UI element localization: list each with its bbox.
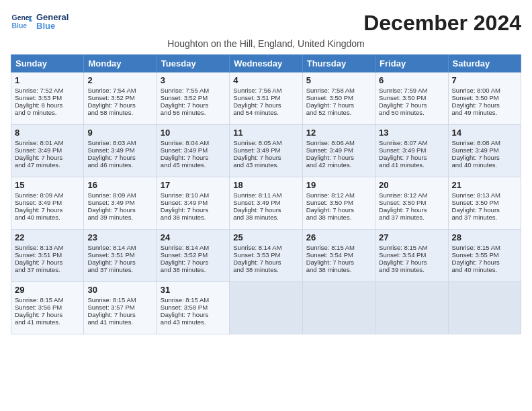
day-info-line: Sunset: 3:50 PM — [379, 94, 444, 101]
day-info-line: and 58 minutes. — [87, 109, 152, 116]
day-info-line: Sunrise: 8:14 AM — [233, 244, 298, 251]
day-info-line: Sunset: 3:52 PM — [87, 94, 152, 101]
day-info-line: Sunset: 3:50 PM — [452, 199, 517, 206]
day-info-line: Sunset: 3:50 PM — [379, 199, 444, 206]
calendar-cell: 14Sunrise: 8:08 AMSunset: 3:49 PMDayligh… — [448, 125, 521, 177]
day-number: 18 — [233, 180, 298, 190]
day-number: 14 — [452, 128, 517, 138]
day-info-line: Daylight: 7 hours — [161, 259, 226, 266]
day-info-line: Daylight: 7 hours — [452, 101, 517, 109]
calendar-cell: 20Sunrise: 8:12 AMSunset: 3:50 PMDayligh… — [375, 177, 448, 230]
day-info-line: Sunrise: 8:12 AM — [379, 191, 444, 199]
day-info-line: Daylight: 7 hours — [306, 206, 371, 214]
day-info-line: Daylight: 7 hours — [233, 101, 298, 109]
day-info-line: Sunset: 3:49 PM — [233, 199, 298, 206]
day-info-line: Sunset: 3:49 PM — [161, 199, 226, 206]
day-number: 8 — [15, 128, 80, 138]
day-number: 22 — [15, 232, 80, 242]
day-info-line: Sunset: 3:54 PM — [379, 251, 444, 259]
day-info-line: Sunset: 3:49 PM — [452, 146, 517, 154]
day-number: 21 — [452, 180, 517, 190]
day-info-line: Daylight: 7 hours — [161, 101, 226, 109]
day-number: 26 — [306, 232, 371, 242]
day-info-line: Sunset: 3:51 PM — [15, 251, 80, 259]
month-title: December 2024 — [363, 11, 521, 36]
column-header-friday: Friday — [375, 55, 448, 73]
day-info-line: Daylight: 7 hours — [379, 154, 444, 161]
calendar-cell: 29Sunrise: 8:15 AMSunset: 3:56 PMDayligh… — [11, 282, 84, 334]
day-info-line: Sunrise: 8:06 AM — [306, 139, 371, 146]
day-info-line: Daylight: 7 hours — [87, 259, 152, 266]
day-info-line: Daylight: 7 hours — [379, 101, 444, 109]
day-info-line: Sunset: 3:51 PM — [233, 94, 298, 101]
day-info-line: and 40 minutes. — [15, 214, 80, 221]
calendar-cell: 28Sunrise: 8:15 AMSunset: 3:55 PMDayligh… — [448, 230, 521, 282]
day-info-line: and 54 minutes. — [233, 109, 298, 116]
day-number: 15 — [15, 180, 80, 190]
day-info-line: Sunset: 3:49 PM — [379, 146, 444, 154]
calendar-cell: 24Sunrise: 8:14 AMSunset: 3:52 PMDayligh… — [157, 230, 229, 282]
day-info-line: Sunset: 3:54 PM — [306, 251, 371, 259]
day-info-line: and 40 minutes. — [452, 161, 517, 169]
day-info-line: Sunset: 3:49 PM — [15, 199, 80, 206]
day-info-line: Sunset: 3:53 PM — [233, 251, 298, 259]
day-number: 23 — [87, 232, 152, 242]
day-info-line: Sunrise: 8:08 AM — [452, 139, 517, 146]
calendar-cell: 5Sunrise: 7:58 AMSunset: 3:50 PMDaylight… — [302, 73, 375, 125]
day-info-line: and 41 minutes. — [15, 318, 80, 326]
day-info-line: Daylight: 7 hours — [161, 206, 226, 214]
day-info-line: Sunset: 3:49 PM — [233, 146, 298, 154]
day-info-line: Sunrise: 8:01 AM — [15, 139, 80, 146]
day-number: 10 — [161, 128, 226, 138]
subtitle: Houghton on the Hill, England, United Ki… — [11, 38, 521, 49]
day-info-line: Sunset: 3:55 PM — [452, 251, 517, 259]
calendar-cell: 13Sunrise: 8:07 AMSunset: 3:49 PMDayligh… — [375, 125, 448, 177]
day-info-line: Sunrise: 8:15 AM — [306, 244, 371, 251]
day-info-line: Sunrise: 8:13 AM — [452, 191, 517, 199]
calendar-cell: 1Sunrise: 7:52 AMSunset: 3:53 PMDaylight… — [11, 73, 84, 125]
day-info-line: and 46 minutes. — [87, 161, 152, 169]
day-info-line: and 38 minutes. — [233, 266, 298, 273]
day-info-line: Daylight: 7 hours — [233, 154, 298, 161]
logo: General Blue General Blue — [11, 11, 69, 32]
day-info-line: Daylight: 7 hours — [15, 206, 80, 214]
calendar-cell: 18Sunrise: 8:11 AMSunset: 3:49 PMDayligh… — [230, 177, 302, 230]
column-header-sunday: Sunday — [11, 55, 84, 73]
day-info-line: Sunrise: 8:14 AM — [161, 244, 226, 251]
day-info-line: and 38 minutes. — [233, 214, 298, 221]
calendar-cell: 9Sunrise: 8:03 AMSunset: 3:49 PMDaylight… — [84, 125, 157, 177]
day-info-line: and 40 minutes. — [452, 266, 517, 273]
day-info-line: and 41 minutes. — [87, 318, 152, 326]
day-info-line: Sunrise: 8:15 AM — [87, 296, 152, 304]
day-number: 30 — [87, 285, 152, 295]
day-number: 17 — [161, 180, 226, 190]
day-number: 4 — [233, 75, 298, 85]
calendar-cell: 27Sunrise: 8:15 AMSunset: 3:54 PMDayligh… — [375, 230, 448, 282]
day-info-line: Sunrise: 7:55 AM — [161, 87, 226, 94]
day-info-line: and 52 minutes. — [306, 109, 371, 116]
calendar-cell: 21Sunrise: 8:13 AMSunset: 3:50 PMDayligh… — [448, 177, 521, 230]
day-info-line: Sunrise: 8:03 AM — [87, 139, 152, 146]
day-info-line: Sunrise: 8:15 AM — [161, 296, 226, 304]
day-number: 5 — [306, 75, 371, 85]
day-info-line: Sunrise: 8:04 AM — [161, 139, 226, 146]
day-info-line: Sunrise: 8:10 AM — [161, 191, 226, 199]
day-info-line: Sunset: 3:51 PM — [87, 251, 152, 259]
day-info-line: and 37 minutes. — [15, 266, 80, 273]
day-info-line: and 38 minutes. — [161, 214, 226, 221]
day-info-line: Sunset: 3:50 PM — [306, 94, 371, 101]
day-number: 2 — [87, 75, 152, 85]
week-row-2: 8Sunrise: 8:01 AMSunset: 3:49 PMDaylight… — [11, 125, 521, 177]
day-info-line: Sunset: 3:49 PM — [15, 146, 80, 154]
calendar-cell — [375, 282, 448, 334]
day-info-line: Daylight: 7 hours — [452, 154, 517, 161]
day-number: 9 — [87, 128, 152, 138]
day-info-line: and 42 minutes. — [306, 161, 371, 169]
calendar-cell — [230, 282, 302, 334]
day-info-line: and 0 minutes. — [15, 109, 80, 116]
calendar-header-row: SundayMondayTuesdayWednesdayThursdayFrid… — [11, 55, 521, 73]
day-info-line: Sunrise: 8:13 AM — [15, 244, 80, 251]
calendar-cell: 8Sunrise: 8:01 AMSunset: 3:49 PMDaylight… — [11, 125, 84, 177]
day-info-line: and 56 minutes. — [161, 109, 226, 116]
day-info-line: and 41 minutes. — [379, 161, 444, 169]
